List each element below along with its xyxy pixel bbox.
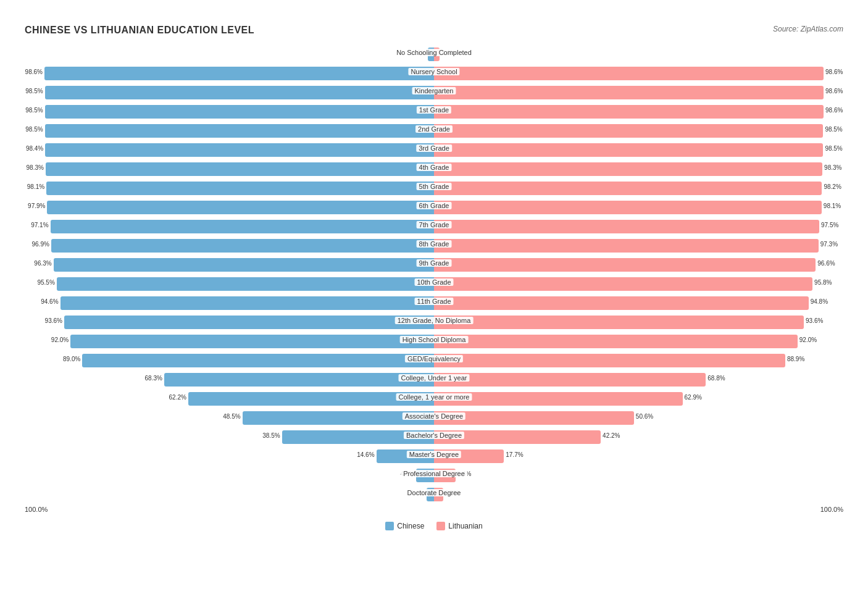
row-label: 10th Grade xyxy=(414,278,453,286)
chart-row: High School Diploma92.0%92.0% xyxy=(25,333,843,350)
val-right: 50.6% xyxy=(634,413,653,420)
val-left: 98.5% xyxy=(25,107,44,114)
val-right: 98.1% xyxy=(822,203,841,209)
bar-left xyxy=(45,86,434,99)
row-label: 8th Grade xyxy=(417,240,452,248)
val-right: 92.0% xyxy=(798,337,817,343)
chart-row: 8th Grade96.9%97.3% xyxy=(25,237,843,254)
val-right: 98.6% xyxy=(824,88,843,94)
row-label: 11th Grade xyxy=(414,298,453,305)
val-right: 42.2% xyxy=(601,432,620,439)
bar-right xyxy=(434,316,804,329)
bar-left xyxy=(46,162,434,176)
val-left: 48.5% xyxy=(223,413,242,420)
bar-left xyxy=(61,296,434,310)
val-left: 93.6% xyxy=(45,317,64,324)
chart-row: 12th Grade, No Diploma93.6%93.6% xyxy=(25,314,843,331)
rows-wrapper: No Schooling Completed1.5%1.4%Nursery Sc… xyxy=(25,46,843,503)
chart-row: GED/Equivalency89.0%88.9% xyxy=(25,352,843,369)
chart-row: Master's Degree14.6%17.7% xyxy=(25,448,843,465)
bar-left xyxy=(51,220,434,233)
chart-row: Professional Degree4.5%5.4% xyxy=(25,467,843,484)
legend-lithuanian-box xyxy=(436,522,445,530)
chart-row: 7th Grade97.1%97.5% xyxy=(25,218,843,235)
bottom-right-label: 100.0% xyxy=(820,506,843,513)
val-left: 68.3% xyxy=(145,375,164,382)
chart-container: CHINESE VS LITHUANIAN EDUCATION LEVEL So… xyxy=(12,12,856,543)
chart-row: Associate's Degree48.5%50.6% xyxy=(25,409,843,427)
chart-row: College, 1 year or more62.2%62.9% xyxy=(25,390,843,408)
val-left: 98.1% xyxy=(27,183,46,190)
bars-area: No Schooling Completed1.5%1.4%Nursery Sc… xyxy=(25,46,843,513)
row-label: 1st Grade xyxy=(417,106,451,114)
chart-row: No Schooling Completed1.5%1.4% xyxy=(25,46,843,63)
row-label: 3rd Grade xyxy=(416,144,452,152)
bar-right xyxy=(434,277,812,291)
legend-lithuanian: Lithuanian xyxy=(436,522,482,530)
bar-right xyxy=(434,124,823,138)
bar-right xyxy=(434,220,819,233)
bar-right xyxy=(434,67,824,80)
bar-left xyxy=(51,239,434,253)
row-label: 2nd Grade xyxy=(415,125,453,133)
val-right: 88.9% xyxy=(785,356,804,362)
bar-right xyxy=(434,143,823,157)
val-right: 93.6% xyxy=(804,317,823,324)
row-label: 7th Grade xyxy=(417,221,452,228)
bar-right xyxy=(434,86,824,99)
bar-left xyxy=(45,105,434,119)
bar-left xyxy=(46,182,434,195)
row-label: Associate's Degree xyxy=(403,412,465,420)
val-right: 98.6% xyxy=(824,69,843,75)
val-left: 96.9% xyxy=(31,241,51,248)
chart-row: 3rd Grade98.4%98.5% xyxy=(25,141,843,159)
val-right: 98.3% xyxy=(822,164,841,171)
bar-right xyxy=(434,162,822,176)
val-right: 98.5% xyxy=(823,126,842,133)
chart-row: 4th Grade98.3%98.3% xyxy=(25,161,843,178)
row-label: Master's Degree xyxy=(407,451,461,458)
source-label: Source: ZipAtlas.com xyxy=(773,25,843,33)
chart-row: Bachelor's Degree38.5%42.2% xyxy=(25,429,843,446)
val-right: 98.5% xyxy=(823,145,842,152)
bar-left xyxy=(64,316,434,329)
val-left: 98.5% xyxy=(25,88,44,94)
val-left: 14.6% xyxy=(357,451,376,458)
bar-right xyxy=(434,201,822,214)
val-left: 89.0% xyxy=(63,356,82,362)
val-left: 98.6% xyxy=(25,69,44,75)
chart-row: 6th Grade97.9%98.1% xyxy=(25,199,843,216)
row-label: Kindergarten xyxy=(412,87,456,94)
val-left: 94.6% xyxy=(41,298,60,305)
bar-right xyxy=(434,296,809,310)
val-right: 62.9% xyxy=(683,394,702,401)
chart-row: College, Under 1 year68.3%68.8% xyxy=(25,371,843,388)
val-right: 17.7% xyxy=(504,451,523,458)
chart-row: Kindergarten98.5%98.6% xyxy=(25,84,843,101)
row-label: 5th Grade xyxy=(417,183,452,190)
chart-row: 5th Grade98.1%98.2% xyxy=(25,180,843,197)
val-left: 96.3% xyxy=(34,260,53,267)
val-left: 38.5% xyxy=(262,432,282,439)
bar-right xyxy=(434,354,785,367)
row-label: College, 1 year or more xyxy=(396,393,472,401)
row-label: No Schooling Completed xyxy=(394,49,474,56)
val-left: 62.2% xyxy=(169,394,188,401)
bar-left xyxy=(44,67,434,80)
bar-right xyxy=(434,373,706,387)
val-right: 98.6% xyxy=(824,107,843,114)
val-right: 95.8% xyxy=(812,279,832,286)
chart-row: 1st Grade98.5%98.6% xyxy=(25,103,843,120)
chart-row: Doctorate Degree1.8%2.3% xyxy=(25,486,843,503)
bar-left xyxy=(164,373,434,387)
row-label: Professional Degree xyxy=(401,470,467,477)
row-label: Nursery School xyxy=(408,68,459,75)
val-left: 98.4% xyxy=(26,145,45,152)
val-left: 98.3% xyxy=(27,164,46,171)
row-label: High School Diploma xyxy=(400,336,469,343)
chart-row: 10th Grade95.5%95.8% xyxy=(25,275,843,293)
bottom-left-label: 100.0% xyxy=(25,506,48,513)
row-label: College, Under 1 year xyxy=(398,374,469,382)
chart-row: 2nd Grade98.5%98.5% xyxy=(25,122,843,140)
row-label: 4th Grade xyxy=(417,164,452,171)
